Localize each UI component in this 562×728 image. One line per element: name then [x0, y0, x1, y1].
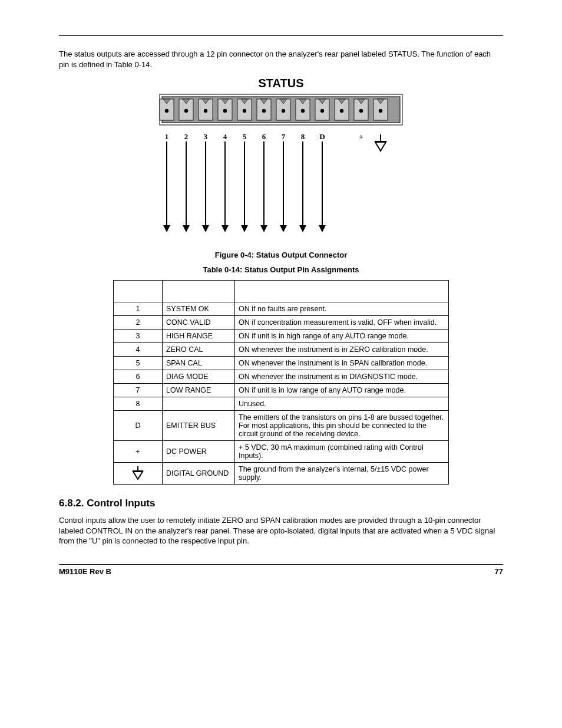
section-heading: 6.8.2. Control Inputs — [59, 498, 503, 509]
pin-cell: 3 — [114, 330, 163, 343]
table-header-name — [163, 281, 235, 302]
svg-point-11 — [243, 109, 246, 113]
diagram-title: STATUS — [258, 78, 303, 90]
svg-marker-49 — [299, 225, 306, 232]
pin-cell: 4 — [114, 343, 163, 357]
svg-marker-43 — [260, 225, 267, 232]
footer-page-number: 77 — [495, 567, 503, 576]
condition-cell: ON whenever the instrument is in SPAN ca… — [235, 357, 449, 370]
name-cell: SYSTEM OK — [163, 302, 235, 316]
page-footer: M9110E Rev B 77 — [59, 564, 503, 576]
status-connector-diagram: STATUS 12345678D+ — [59, 78, 503, 245]
table-row: 7LOW RANGEON if unit is in low range of … — [114, 384, 449, 397]
name-cell: LOW RANGE — [163, 384, 235, 397]
svg-text:8: 8 — [301, 132, 305, 141]
pin-cell: 5 — [114, 357, 163, 370]
svg-text:2: 2 — [184, 132, 189, 141]
svg-marker-56 — [375, 142, 386, 151]
table-row: DIGITAL GROUNDThe ground from the analyz… — [114, 463, 449, 485]
figure-caption: Figure 0-4: Status Output Connector — [59, 251, 503, 259]
svg-marker-37 — [222, 225, 229, 232]
svg-point-13 — [262, 109, 266, 113]
svg-marker-31 — [183, 225, 190, 232]
svg-text:3: 3 — [204, 132, 208, 141]
svg-point-17 — [301, 109, 305, 113]
svg-text:1: 1 — [165, 132, 169, 141]
svg-point-5 — [184, 109, 188, 113]
table-row: 1SYSTEM OKON if no faults are present. — [114, 302, 449, 316]
pin-cell: 2 — [114, 316, 163, 330]
name-cell: DIAG MODE — [163, 370, 235, 384]
name-cell: DIGITAL GROUND — [163, 463, 235, 485]
svg-marker-28 — [163, 225, 170, 232]
condition-cell: The emitters of the transistors on pins … — [235, 411, 449, 441]
condition-cell: ON if unit is in high range of any AUTO … — [235, 330, 449, 343]
pin-cell: 1 — [114, 302, 163, 316]
svg-text:7: 7 — [282, 132, 286, 141]
pin-assignments-table: 1SYSTEM OKON if no faults are present.2C… — [113, 280, 449, 485]
name-cell: SPAN CAL — [163, 357, 235, 370]
table-caption: Table 0-14: Status Output Pin Assignment… — [59, 265, 503, 274]
pin-cell: 6 — [114, 370, 163, 384]
intro-paragraph: The status outputs are accessed through … — [59, 49, 503, 70]
svg-point-15 — [282, 109, 285, 113]
svg-point-23 — [359, 109, 363, 113]
footer-doc-id: M9110E Rev B — [59, 567, 111, 576]
svg-text:D: D — [319, 132, 325, 141]
pin-cell: D — [114, 411, 163, 441]
svg-text:5: 5 — [243, 132, 247, 141]
pin-cell: 7 — [114, 384, 163, 397]
pin-cell: + — [114, 441, 163, 463]
table-row: 2CONC VALIDON if concentration measureme… — [114, 316, 449, 330]
name-cell: ZERO CAL — [163, 343, 235, 357]
svg-text:4: 4 — [223, 132, 227, 141]
svg-marker-59 — [133, 472, 143, 479]
table-header-pin — [114, 281, 163, 302]
table-row: 5SPAN CALON whenever the instrument is i… — [114, 357, 449, 370]
condition-cell: ON whenever the instrument is in DIAGNOS… — [235, 370, 449, 384]
svg-marker-52 — [319, 225, 326, 232]
name-cell — [163, 397, 235, 411]
name-cell: EMITTER BUS — [163, 411, 235, 441]
ground-icon — [114, 463, 163, 485]
pin-cell: 8 — [114, 397, 163, 411]
svg-marker-40 — [241, 225, 248, 232]
table-header-condition — [235, 281, 449, 302]
condition-cell: The ground from the analyzer's internal,… — [235, 463, 449, 485]
svg-point-7 — [204, 109, 207, 113]
name-cell: CONC VALID — [163, 316, 235, 330]
table-row: 4ZERO CALON whenever the instrument is i… — [114, 343, 449, 357]
section-body: Control inputs allow the user to remotel… — [59, 515, 503, 546]
table-row: 8Unused. — [114, 397, 449, 411]
condition-cell: Unused. — [235, 397, 449, 411]
svg-marker-46 — [280, 225, 287, 232]
svg-text:6: 6 — [262, 132, 266, 141]
svg-text:+: + — [359, 132, 363, 141]
table-row: DEMITTER BUSThe emitters of the transist… — [114, 411, 449, 441]
table-row: 3HIGH RANGEON if unit is in high range o… — [114, 330, 449, 343]
table-row: +DC POWER+ 5 VDC, 30 mA maximum (combine… — [114, 441, 449, 463]
svg-point-19 — [320, 109, 324, 113]
svg-marker-34 — [202, 225, 209, 232]
name-cell: DC POWER — [163, 441, 235, 463]
svg-point-21 — [340, 109, 343, 113]
name-cell: HIGH RANGE — [163, 330, 235, 343]
svg-point-25 — [379, 109, 382, 113]
table-row: 6DIAG MODEON whenever the instrument is … — [114, 370, 449, 384]
condition-cell: ON if concentration measurement is valid… — [235, 316, 449, 330]
condition-cell: ON whenever the instrument is in ZERO ca… — [235, 343, 449, 357]
condition-cell: + 5 VDC, 30 mA maximum (combined rating … — [235, 441, 449, 463]
condition-cell: ON if no faults are present. — [235, 302, 449, 316]
svg-point-9 — [223, 109, 227, 113]
condition-cell: ON if unit is in low range of any AUTO r… — [235, 384, 449, 397]
svg-point-3 — [165, 109, 168, 113]
